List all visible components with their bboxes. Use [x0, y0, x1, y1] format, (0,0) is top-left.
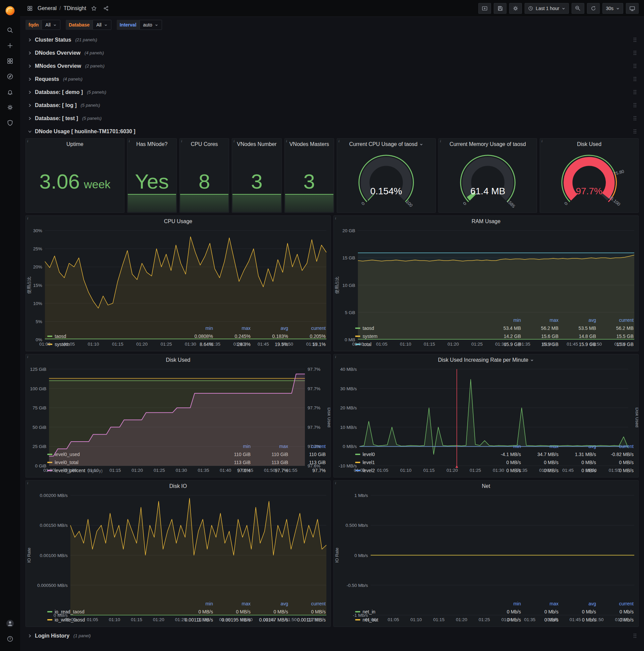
panel-info-icon[interactable]: i: [129, 139, 130, 143]
svg-text:0.00150 MB/s: 0.00150 MB/s: [40, 523, 68, 528]
panel-info-icon[interactable]: i: [541, 139, 542, 143]
explore-compass-icon[interactable]: [3, 69, 18, 84]
alerting-bell-icon[interactable]: [3, 85, 18, 99]
panel-info-icon[interactable]: i: [181, 139, 182, 143]
panel-title[interactable]: CPU Cores: [180, 138, 229, 150]
row-cluster-status[interactable]: Cluster Status (21 panels): [26, 34, 639, 46]
panel-title[interactable]: Disk Used Increasing Rate per Minute: [334, 354, 638, 366]
panel-disk-used-chart: i Disk Used 0 GiB25 GiB50 GiB75 GiB100 G…: [26, 354, 331, 477]
chevron-down-icon: [53, 23, 57, 27]
add-panel-button[interactable]: [478, 3, 491, 14]
clock-icon: [528, 6, 533, 11]
panel-info-icon[interactable]: i: [440, 139, 441, 143]
panel-info-icon[interactable]: i: [339, 139, 340, 143]
drag-handle-icon[interactable]: [633, 129, 637, 134]
grafana-logo-icon[interactable]: [3, 4, 17, 18]
create-plus-icon[interactable]: [3, 38, 18, 53]
svg-text:100 GiB: 100 GiB: [30, 386, 46, 391]
svg-text:01:55: 01:55: [306, 342, 318, 347]
panel-title[interactable]: CPU Usage: [26, 216, 330, 227]
panel-title[interactable]: Current CPU Usage of taosd: [337, 138, 436, 150]
disk-rate-plot[interactable]: -10 MB/s0 MB/s10 MB/s20 MB/s30 MB/s40 MB…: [334, 366, 638, 442]
time-range-picker[interactable]: Last 1 hour: [524, 3, 569, 14]
row-dnode-usage[interactable]: DNode Usage [ huolinhe-TM1701:6030 ]: [26, 125, 639, 137]
sparkline: [128, 194, 176, 212]
dashboard-settings-button[interactable]: [509, 3, 522, 14]
panel-info-icon[interactable]: i: [27, 355, 28, 359]
panel-title[interactable]: VNodes Number: [232, 138, 281, 150]
zoom-out-button[interactable]: [572, 3, 584, 14]
svg-text:01:55: 01:55: [308, 617, 319, 622]
row-database-log[interactable]: Database: [ log ] (5 panels): [26, 99, 639, 112]
panel-title[interactable]: Disk IO: [26, 480, 330, 492]
svg-text:01:15: 01:15: [131, 617, 142, 622]
row-database-test[interactable]: Database: [ test ] (5 panels): [26, 112, 639, 124]
dashboard-content: Cluster Status (21 panels) DNodes Overvi…: [20, 33, 644, 651]
row-mnodes-overview[interactable]: MNodes Overview (2 panels): [26, 60, 639, 72]
disk-io-plot[interactable]: 0 MB/s0.000500 MB/s0.00100 MB/s0.00150 M…: [26, 492, 330, 599]
panel-info-icon[interactable]: i: [335, 355, 336, 359]
svg-text:97.7%: 97.7%: [308, 425, 320, 430]
panel-title[interactable]: Uptime: [26, 138, 124, 150]
ram-usage-plot[interactable]: 0 MB5 GB10 GB15 GB20 GB01:0001:0501:1001…: [334, 227, 638, 315]
row-requests[interactable]: Requests (4 panels): [26, 73, 639, 85]
panel-title[interactable]: Disk Used: [540, 138, 638, 150]
star-icon[interactable]: [90, 4, 98, 13]
net-plot[interactable]: -1 Mb/s-0.50 Mb/s0 Mb/s0.500 Mb/s1 Mb/s0…: [334, 492, 638, 599]
variable-database-value[interactable]: All: [93, 20, 111, 30]
breadcrumb-section[interactable]: General: [38, 5, 57, 11]
save-dashboard-button[interactable]: [494, 3, 507, 14]
row-dnodes-overview[interactable]: DNodes Overview (4 panels): [26, 46, 639, 59]
panel-info-icon[interactable]: i: [27, 481, 28, 485]
cpu-usage-plot[interactable]: 0%5%10%15%20%25%30%01:0001:0501:1001:150…: [26, 227, 330, 323]
drag-handle-icon[interactable]: [633, 633, 637, 638]
panel-info-icon[interactable]: i: [335, 216, 336, 220]
panel-title[interactable]: Net: [334, 480, 638, 492]
disk-used-plot[interactable]: 0 GiB25 GiB50 GiB75 GiB100 GiB125 GiB97.…: [26, 366, 330, 442]
panel-title[interactable]: VNodes Masters: [285, 138, 334, 150]
row-database-dem[interactable]: Database: [ demo ] (5 panels): [26, 86, 639, 98]
svg-text:97.6%: 97.6%: [308, 463, 320, 468]
svg-text:01:30: 01:30: [502, 617, 513, 622]
refresh-button[interactable]: [587, 3, 600, 14]
svg-text:01:10: 01:10: [411, 617, 422, 622]
panel-info-icon[interactable]: i: [27, 216, 28, 220]
svg-text:01:00: 01:00: [365, 617, 376, 622]
breadcrumb-title[interactable]: TDinsight: [63, 5, 86, 11]
drag-handle-icon[interactable]: [633, 50, 637, 55]
drag-handle-icon[interactable]: [633, 63, 637, 68]
drag-handle-icon[interactable]: [633, 90, 637, 95]
dashboard-grid-icon[interactable]: [26, 4, 34, 13]
panel-uptime: i Uptime 3.06week: [26, 138, 124, 213]
panel-info-icon[interactable]: i: [286, 139, 287, 143]
svg-text:01:25: 01:25: [161, 342, 172, 347]
user-avatar[interactable]: [3, 616, 18, 631]
panel-title[interactable]: Disk Used: [26, 354, 330, 366]
refresh-interval-picker[interactable]: 30s: [603, 3, 623, 14]
drag-handle-icon[interactable]: [633, 37, 637, 42]
drag-handle-icon[interactable]: [633, 116, 637, 121]
variable-interval-value[interactable]: auto: [139, 20, 162, 30]
panel-title[interactable]: RAM Usage: [334, 216, 638, 227]
memory-usage-gauge: 0158561.4 MB: [439, 150, 537, 212]
help-icon[interactable]: ?: [3, 631, 18, 646]
panel-title[interactable]: Has MNode?: [127, 138, 176, 150]
svg-text:0: 0: [462, 201, 467, 206]
server-admin-shield-icon[interactable]: [3, 116, 18, 130]
share-icon[interactable]: [102, 4, 110, 13]
search-icon[interactable]: [3, 23, 18, 38]
panel-info-icon[interactable]: i: [233, 139, 234, 143]
panel-info-icon[interactable]: i: [27, 139, 28, 143]
disk-used-gauge: 075.8095.10097.7%: [540, 150, 638, 212]
chevron-down-icon: [155, 23, 158, 27]
drag-handle-icon[interactable]: [633, 103, 637, 108]
drag-handle-icon[interactable]: [633, 76, 637, 82]
variable-fqdn-value[interactable]: All: [41, 20, 60, 30]
svg-text:01:10: 01:10: [400, 342, 411, 347]
dashboards-icon[interactable]: [3, 54, 18, 68]
panel-info-icon[interactable]: i: [335, 481, 336, 485]
panel-title[interactable]: Current Memory Usage of taosd: [439, 138, 537, 150]
cycle-view-button[interactable]: [626, 3, 639, 14]
row-login-history[interactable]: Login History (1 panel): [26, 629, 639, 642]
configuration-gear-icon[interactable]: [3, 100, 18, 115]
